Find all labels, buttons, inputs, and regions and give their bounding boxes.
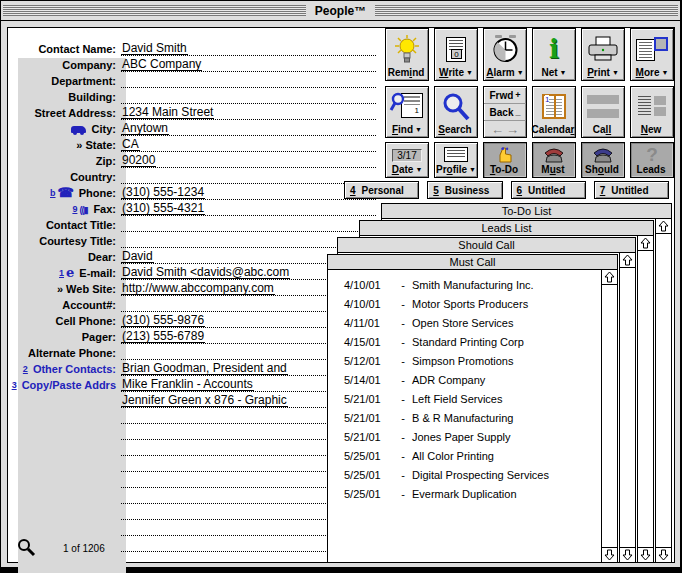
list-item[interactable]: 4/15/01 - Standard Printing Corp — [328, 332, 601, 351]
field-label-text: Building: — [68, 91, 116, 103]
scroll-down-icon[interactable] — [638, 547, 653, 562]
forward-back-panel: Frwd+ Back_ ← → — [483, 86, 527, 138]
record-counter: 1 of 1206 — [63, 543, 105, 554]
field-value: 1234 Main Street — [121, 105, 214, 119]
field-label-text: Company: — [62, 59, 116, 71]
field-icon — [58, 185, 76, 201]
profile-lines-icon — [435, 145, 477, 164]
remind-button[interactable]: Remind — [385, 28, 429, 81]
list-item[interactable]: 5/12/01 - Simpson Promotions — [328, 351, 601, 370]
list-item[interactable]: 4/10/01 - Smith Manufacturing Inc. — [328, 275, 601, 294]
alarm-button[interactable]: Alarm▼ — [483, 28, 527, 81]
form-field-row: »State: CA — [9, 137, 379, 153]
field-value: (310) 555-9876 — [121, 313, 205, 327]
list-item[interactable]: 5/21/01 - Jones Paper Supply — [328, 427, 601, 446]
field-input[interactable]: ABC Company — [121, 57, 376, 72]
field-label-text: Other Contacts: — [33, 363, 116, 375]
field-label-text: Alternate Phone: — [28, 347, 116, 359]
magnifier-icon[interactable] — [17, 538, 37, 558]
tab-button[interactable]: 5Business — [427, 181, 502, 199]
scroll-up-icon[interactable] — [602, 270, 617, 285]
must-call-scrollbar[interactable] — [601, 270, 617, 562]
should-call-titlebar[interactable]: Should Call — [338, 238, 635, 253]
find-button[interactable]: 1 Find▼ — [385, 86, 429, 138]
todo-list-titlebar[interactable]: To-Do List — [382, 204, 671, 219]
profile-button[interactable]: Profile▼ — [434, 142, 478, 178]
field-input[interactable]: (310) 555-4321 — [121, 201, 376, 216]
call-button[interactable]: Call — [581, 86, 625, 138]
form-field-row: City: Anytown — [9, 121, 379, 137]
field-input[interactable]: 1234 Main Street — [121, 105, 376, 120]
field-input[interactable] — [121, 217, 376, 232]
scroll-down-icon[interactable] — [620, 547, 635, 562]
scroll-up-icon[interactable] — [620, 253, 635, 268]
question-mark-icon: ? — [631, 145, 673, 164]
form-field-row — [9, 425, 379, 441]
arrow-left-icon[interactable]: ← — [491, 122, 504, 137]
field-input[interactable]: CA — [121, 137, 376, 152]
category-tabs: 4Personal 5Business 6Untitled 7Untitled — [344, 181, 669, 199]
list-item[interactable]: 5/14/01 - ADR Company — [328, 370, 601, 389]
leads-list-titlebar[interactable]: Leads List — [360, 221, 653, 236]
print-button[interactable]: Print▼ — [581, 28, 625, 81]
forward-control[interactable]: Frwd+ — [484, 87, 526, 104]
form-field-row: 1E-mail: David Smith <davids@abc.com — [9, 265, 379, 281]
should-button[interactable]: Should — [581, 142, 625, 178]
write-button[interactable]: 0 Write▼ — [434, 28, 478, 81]
net-button[interactable]: i Net▼ — [532, 28, 576, 81]
scroll-up-icon[interactable] — [638, 236, 653, 251]
tab-button[interactable]: 6Untitled — [511, 181, 586, 199]
list-item[interactable]: 5/21/01 - Left Field Services — [328, 389, 601, 408]
form-field-row: Account#: — [9, 297, 379, 313]
field-input[interactable] — [121, 169, 376, 184]
field-input[interactable]: Anytown — [121, 121, 376, 136]
field-value: (310) 555-4321 — [121, 201, 205, 215]
field-value — [121, 425, 123, 439]
back-control[interactable]: Back_ — [484, 104, 526, 121]
field-input[interactable]: David Smith — [121, 41, 376, 56]
people-app-window: People™ Contact Name: David Smith Compan… — [0, 0, 681, 568]
new-button[interactable]: New — [630, 86, 674, 138]
calendar-button[interactable]: 1 Calendar — [532, 86, 576, 138]
list-item[interactable]: 4/10/01 - Motor Sports Producers — [328, 294, 601, 313]
field-value: David Smith <davids@abc.com — [121, 265, 290, 279]
scroll-down-icon[interactable] — [602, 547, 617, 562]
list-item[interactable]: 5/21/01 - B & R Manufacturing — [328, 408, 601, 427]
field-input[interactable]: 90200 — [121, 153, 376, 168]
item-separator: - — [394, 469, 412, 481]
todo-list-scrollbar[interactable] — [655, 219, 671, 562]
more-button[interactable]: More▼ — [630, 28, 674, 81]
date-button[interactable]: 3/17 Date▼ — [385, 142, 429, 178]
title-bar[interactable]: People™ — [1, 1, 680, 21]
field-label — [9, 409, 116, 425]
should-call-scrollbar[interactable] — [619, 253, 635, 562]
field-value — [121, 505, 123, 519]
form-field-row — [9, 441, 379, 457]
field-input[interactable] — [121, 89, 376, 104]
field-input[interactable] — [121, 73, 376, 88]
todo-button[interactable]: To-Do — [483, 142, 527, 178]
item-separator: - — [394, 412, 412, 424]
leads-button[interactable]: ? Leads — [630, 142, 674, 178]
tab-button[interactable]: 7Untitled — [594, 181, 669, 199]
list-item[interactable]: 5/25/01 - Evermark Duplication — [328, 484, 601, 503]
field-input[interactable]: (310) 555-1234 — [121, 185, 376, 200]
item-date: 5/25/01 — [344, 488, 394, 500]
tab-button[interactable]: 4Personal — [344, 181, 419, 199]
field-label — [9, 505, 116, 521]
list-item[interactable]: 5/25/01 - Digital Prospecting Services — [328, 465, 601, 484]
scroll-up-icon[interactable] — [656, 219, 671, 234]
field-label — [9, 521, 116, 537]
field-symbol: » — [57, 283, 63, 295]
search-button[interactable]: Search — [434, 86, 478, 138]
scroll-down-icon[interactable] — [656, 547, 671, 562]
form-field-row — [9, 409, 379, 425]
must-button[interactable]: Must — [532, 142, 576, 178]
leads-list-scrollbar[interactable] — [637, 236, 653, 562]
list-item[interactable]: 4/11/01 - Open Store Services — [328, 313, 601, 332]
field-symbol: » — [76, 139, 82, 151]
field-label-text: Department: — [51, 75, 116, 87]
arrow-right-icon[interactable]: → — [506, 122, 519, 137]
list-item[interactable]: 5/25/01 - All Color Printing — [328, 446, 601, 465]
must-call-titlebar[interactable]: Must Call — [328, 255, 617, 270]
